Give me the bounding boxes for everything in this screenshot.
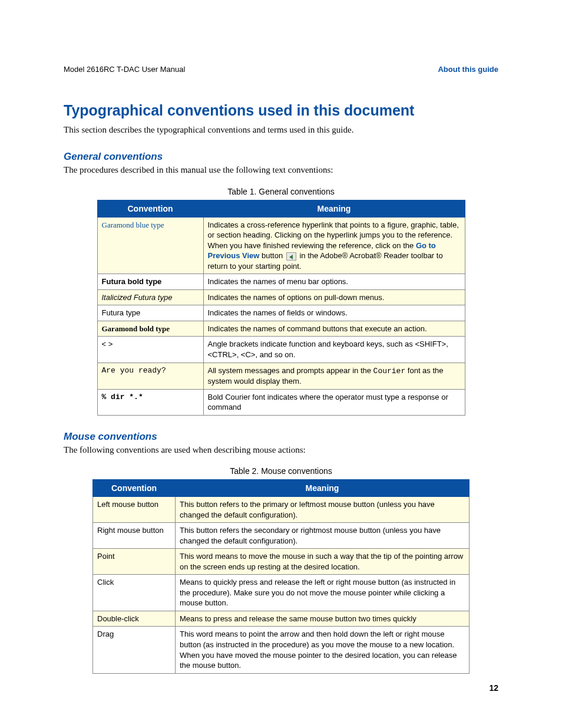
- mouse-conventions-table: Convention Meaning Left mouse button Thi…: [92, 479, 470, 674]
- table-cell: This word means to move the mouse in suc…: [176, 549, 470, 575]
- table-cell: Futura type: [97, 305, 203, 321]
- table-cell: < >: [97, 337, 203, 363]
- running-header: Model 2616RC T-DAC User Manual About thi…: [64, 65, 498, 74]
- header-right: About this guide: [438, 65, 498, 74]
- table-cell: Indicates the names of menu bar options.: [203, 274, 465, 290]
- table-cell: All system messages and prompts appear i…: [203, 363, 465, 389]
- table-cell: Indicates the names of fields or windows…: [203, 305, 465, 321]
- table-cell: Click: [93, 575, 176, 611]
- general-conventions-table: Convention Meaning Garamond blue type In…: [97, 200, 465, 416]
- table-cell: Drag: [93, 627, 176, 673]
- table-cell: Point: [93, 549, 176, 575]
- table-cell: This word means to point the arrow and t…: [176, 627, 470, 673]
- section-general-heading: General conventions: [64, 151, 498, 163]
- table-cell: Double-click: [93, 611, 176, 627]
- page-title: Typographical conventions used in this d…: [64, 102, 498, 119]
- table-cell: Indicates the names of command buttons t…: [203, 321, 465, 337]
- table-cell: Right mouse button: [93, 523, 176, 549]
- table1-caption: Table 1. General conventions: [64, 187, 498, 196]
- page-number: 12: [489, 683, 498, 693]
- intro-paragraph: This section describes the typographical…: [64, 124, 498, 136]
- table-cell: % dir *.*: [97, 389, 203, 415]
- table-cell: Bold Courier font indicates where the op…: [203, 389, 465, 415]
- table-cell: This button refers to the primary or lef…: [176, 496, 470, 522]
- text: button: [262, 251, 285, 260]
- header-left: Model 2616RC T-DAC User Manual: [64, 65, 185, 74]
- table-cell: Angle brackets indicate function and key…: [203, 337, 465, 363]
- table-cell: Means to press and release the same mous…: [176, 611, 470, 627]
- table-cell: Indicates the names of options on pull-d…: [203, 289, 465, 305]
- table2-header-meaning: Meaning: [176, 479, 470, 496]
- text: Courier: [373, 367, 406, 375]
- table-cell: Futura bold type: [97, 274, 203, 290]
- table-cell: Italicized Futura type: [97, 289, 203, 305]
- section-mouse-para: The following conventions are used when …: [64, 444, 498, 456]
- table-cell: Garamond bold type: [97, 321, 203, 337]
- text: All system messages and prompts appear i…: [208, 366, 373, 375]
- table1-header-convention: Convention: [97, 200, 203, 217]
- table2-header-convention: Convention: [93, 479, 176, 496]
- back-arrow-icon: [286, 252, 296, 261]
- table-cell: This button refers the secondary or righ…: [176, 523, 470, 549]
- section-general-para: The procedures described in this manual …: [64, 164, 498, 176]
- table-cell: Left mouse button: [93, 496, 176, 522]
- section-mouse-heading: Mouse conventions: [64, 431, 498, 443]
- table-cell: Means to quickly press and release the l…: [176, 575, 470, 611]
- table2-caption: Table 2. Mouse conventions: [64, 466, 498, 476]
- table-cell: Garamond blue type: [97, 217, 203, 274]
- table-cell: Indicates a cross-reference hyperlink th…: [203, 217, 465, 274]
- table-cell: Are you ready?: [97, 363, 203, 389]
- table1-header-meaning: Meaning: [203, 200, 465, 217]
